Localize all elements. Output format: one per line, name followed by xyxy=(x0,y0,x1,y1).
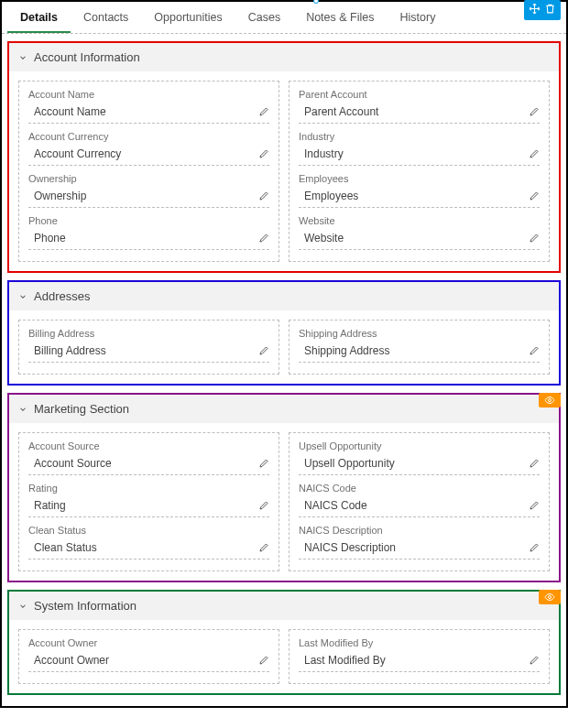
field-phone: Phone Phone xyxy=(28,215,269,250)
pencil-icon[interactable] xyxy=(258,655,269,666)
field-value-row[interactable]: Clean Status xyxy=(28,538,269,560)
field-value-row[interactable]: Rating xyxy=(28,495,269,517)
section-body: Account Name Account Name Account Curren… xyxy=(9,71,559,271)
visibility-badge[interactable] xyxy=(539,590,561,604)
column-right: Last Modified By Last Modified By xyxy=(289,629,550,684)
field-value-row[interactable]: Industry xyxy=(299,144,540,166)
pencil-icon[interactable] xyxy=(529,655,540,666)
column-left: Billing Address Billing Address xyxy=(18,320,279,375)
pencil-icon[interactable] xyxy=(529,542,540,553)
pencil-icon[interactable] xyxy=(258,500,269,511)
tab-contacts[interactable]: Contacts xyxy=(71,2,141,33)
field-value-row[interactable]: NAICS Code xyxy=(299,495,540,517)
field-label: NAICS Code xyxy=(299,483,540,494)
field-value-row[interactable]: Account Source xyxy=(28,453,269,475)
column-right: Parent Account Parent Account Industry I… xyxy=(289,81,550,262)
section-body: Billing Address Billing Address Shipping… xyxy=(9,310,559,384)
field-value: Phone xyxy=(34,232,66,244)
tab-notes-files[interactable]: Notes & Files xyxy=(293,2,387,33)
field-label: Ownership xyxy=(28,173,269,184)
pencil-icon[interactable] xyxy=(258,148,269,159)
page-layout: Details Contacts Opportunities Cases Not… xyxy=(0,0,568,708)
tab-cases[interactable]: Cases xyxy=(235,2,293,33)
field-value-row[interactable]: Last Modified By xyxy=(299,650,540,672)
tab-details[interactable]: Details xyxy=(7,2,71,33)
field-industry: Industry Industry xyxy=(299,131,540,166)
visibility-badge[interactable] xyxy=(539,393,561,407)
section-header[interactable]: System Information xyxy=(9,592,559,620)
tab-history[interactable]: History xyxy=(387,2,448,33)
field-label: Last Modified By xyxy=(299,637,540,648)
pencil-icon[interactable] xyxy=(529,106,540,117)
field-label: Shipping Address xyxy=(299,328,540,339)
pencil-icon[interactable] xyxy=(529,500,540,511)
field-account-source: Account Source Account Source xyxy=(28,440,269,475)
field-last-modified-by: Last Modified By Last Modified By xyxy=(299,637,540,672)
field-account-currency: Account Currency Account Currency xyxy=(28,131,269,166)
field-value-row[interactable]: Account Name xyxy=(28,102,269,124)
section-header[interactable]: Addresses xyxy=(9,282,559,310)
tab-opportunities[interactable]: Opportunities xyxy=(141,2,235,33)
svg-point-0 xyxy=(549,399,552,402)
delete-icon[interactable] xyxy=(544,3,556,17)
column-right: Upsell Opportunity Upsell Opportunity NA… xyxy=(289,432,550,571)
section-addresses: Addresses Billing Address Billing Addres… xyxy=(7,280,561,386)
field-naics-description: NAICS Description NAICS Description xyxy=(299,525,540,560)
field-value: Account Source xyxy=(34,457,112,470)
field-ownership: Ownership Ownership xyxy=(28,173,269,208)
field-employees: Employees Employees xyxy=(299,173,540,208)
pencil-icon[interactable] xyxy=(258,106,269,117)
field-value-row[interactable]: Billing Address xyxy=(28,341,269,363)
field-label: Industry xyxy=(299,131,540,142)
field-value-row[interactable]: Upsell Opportunity xyxy=(299,453,540,475)
pencil-icon[interactable] xyxy=(258,458,269,469)
field-naics-code: NAICS Code NAICS Code xyxy=(299,483,540,517)
field-label: Parent Account xyxy=(299,89,540,100)
pencil-icon[interactable] xyxy=(258,190,269,201)
field-value: Account Owner xyxy=(34,654,109,667)
field-label: Rating xyxy=(28,483,269,494)
component-action-bar xyxy=(524,0,561,20)
section-title: Marketing Section xyxy=(34,402,129,416)
pencil-icon[interactable] xyxy=(529,148,540,159)
column-left: Account Name Account Name Account Curren… xyxy=(18,81,279,262)
svg-point-1 xyxy=(549,596,552,599)
pencil-icon[interactable] xyxy=(529,345,540,356)
field-value-row[interactable]: Parent Account xyxy=(299,102,540,124)
field-value-row[interactable]: Account Currency xyxy=(28,144,269,166)
section-marketing: Marketing Section Account Source Account… xyxy=(7,393,561,582)
pencil-icon[interactable] xyxy=(258,542,269,553)
field-value-row[interactable]: Phone xyxy=(28,228,269,250)
section-header[interactable]: Account Information xyxy=(9,43,559,71)
field-upsell-opportunity: Upsell Opportunity Upsell Opportunity xyxy=(299,440,540,475)
section-body: Account Source Account Source Rating Rat… xyxy=(9,423,559,581)
field-billing-address: Billing Address Billing Address xyxy=(28,328,269,363)
field-parent-account: Parent Account Parent Account xyxy=(299,89,540,124)
section-system-information: System Information Account Owner Account… xyxy=(7,590,561,695)
field-label: Account Name xyxy=(28,89,269,100)
field-value-row[interactable]: Ownership xyxy=(28,186,269,208)
field-value-row[interactable]: Account Owner xyxy=(28,650,269,672)
field-value: Industry xyxy=(304,147,344,160)
column-left: Account Source Account Source Rating Rat… xyxy=(18,432,279,571)
pencil-icon[interactable] xyxy=(258,345,269,356)
field-value-row[interactable]: Employees xyxy=(299,186,540,208)
move-icon[interactable] xyxy=(529,3,541,17)
pencil-icon[interactable] xyxy=(529,190,540,201)
field-value: NAICS Code xyxy=(304,499,367,512)
field-value: Upsell Opportunity xyxy=(304,457,395,470)
field-website: Website Website xyxy=(299,215,540,250)
pencil-icon[interactable] xyxy=(529,458,540,469)
section-title: Account Information xyxy=(34,50,140,64)
pencil-icon[interactable] xyxy=(258,233,269,244)
field-value-row[interactable]: Website xyxy=(299,228,540,250)
field-value: Clean Status xyxy=(34,541,97,554)
field-value: Ownership xyxy=(34,190,86,202)
section-header[interactable]: Marketing Section xyxy=(9,395,559,423)
chevron-down-icon xyxy=(18,53,27,62)
field-shipping-address: Shipping Address Shipping Address xyxy=(299,328,540,363)
field-value-row[interactable]: Shipping Address xyxy=(299,341,540,363)
field-label: Account Currency xyxy=(28,131,269,142)
pencil-icon[interactable] xyxy=(529,233,540,244)
field-value-row[interactable]: NAICS Description xyxy=(299,538,540,560)
